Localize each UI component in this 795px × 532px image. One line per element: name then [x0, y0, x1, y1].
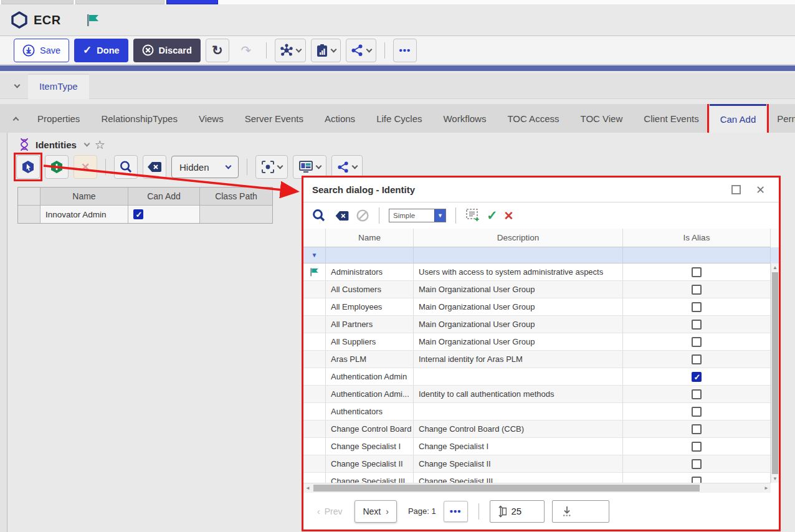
- relationship-tab[interactable]: Views: [188, 104, 234, 133]
- impact-analysis-dropdown-button[interactable]: [275, 39, 306, 62]
- relationship-tab[interactable]: RelationshipTypes: [90, 104, 188, 133]
- relationship-tab[interactable]: Permissions: [766, 104, 795, 133]
- run-search-icon[interactable]: [310, 209, 328, 222]
- grid-row[interactable]: Innovator Admin: [18, 205, 272, 223]
- reports-dropdown-button[interactable]: [311, 39, 341, 62]
- done-button[interactable]: ✓ Done: [74, 39, 128, 62]
- toolbar-separator: [384, 42, 385, 59]
- identity-row[interactable]: Aras PLM Internal identity for Aras PLM: [303, 351, 779, 368]
- identity-row[interactable]: Authentication Admi... Identity to call …: [303, 386, 779, 403]
- scroll-down-icon[interactable]: ▼: [771, 475, 779, 483]
- scroll-right-icon[interactable]: ►: [762, 483, 771, 493]
- clear-search-button[interactable]: [143, 155, 166, 179]
- filter-toggle-cell[interactable]: ▼: [303, 247, 326, 264]
- share-dropdown-button[interactable]: [346, 39, 376, 62]
- column-header-class-path[interactable]: Class Path: [200, 188, 272, 205]
- is-alias-checkbox[interactable]: [692, 407, 702, 417]
- clear-criteria-icon[interactable]: [335, 211, 350, 221]
- hidden-columns-select[interactable]: Hidden: [171, 156, 239, 178]
- identity-row[interactable]: All Suppliers Main Organizational User G…: [303, 333, 779, 351]
- tab-strip-active-segment[interactable]: [166, 0, 218, 4]
- scroll-up-icon[interactable]: ▲: [771, 264, 779, 272]
- next-page-button[interactable]: Next ›: [355, 500, 396, 523]
- identity-row[interactable]: Authenticators: [303, 403, 779, 420]
- tab-strip-segment[interactable]: [75, 0, 164, 4]
- more-actions-button[interactable]: •••: [393, 39, 417, 62]
- footer-separator: [478, 503, 479, 520]
- column-header-can-add[interactable]: Can Add: [128, 188, 200, 205]
- scroll-left-icon[interactable]: ◄: [303, 483, 312, 493]
- create-new-identity-button[interactable]: [45, 155, 69, 179]
- vertical-scrollbar[interactable]: ▲ ▼: [771, 264, 779, 483]
- tab-strip-segment[interactable]: [1, 0, 74, 4]
- identity-description-cell: Identity to call authentication methods: [414, 386, 623, 403]
- is-alias-checkbox[interactable]: [692, 267, 702, 277]
- chevron-down-icon[interactable]: [83, 141, 90, 147]
- identity-description-cell: Internal identity for Aras PLM: [414, 351, 623, 368]
- is-alias-checkbox[interactable]: [692, 354, 702, 364]
- filter-row[interactable]: ▼: [303, 247, 779, 264]
- chevron-down-icon[interactable]: [14, 82, 21, 88]
- vertical-scroll-thumb[interactable]: [772, 272, 778, 474]
- column-header-name[interactable]: Name: [40, 188, 128, 205]
- multi-select-list-icon[interactable]: [465, 208, 480, 223]
- stop-search-icon-disabled: [356, 209, 369, 222]
- search-mode-select[interactable]: Simple ▼: [389, 209, 446, 222]
- discard-button[interactable]: Discard: [133, 39, 201, 62]
- horizontal-scrollbar[interactable]: ◄ ►: [303, 483, 771, 493]
- is-alias-checkbox[interactable]: [692, 442, 702, 452]
- is-alias-checkbox[interactable]: [692, 285, 702, 295]
- collapse-tabs-control[interactable]: [14, 104, 18, 133]
- identity-row[interactable]: All Employees Main Organizational User G…: [303, 298, 779, 316]
- identity-row[interactable]: Change Control Board Change Control Boar…: [303, 420, 779, 438]
- relationship-tab[interactable]: Actions: [314, 104, 366, 133]
- cancel-dialog-icon[interactable]: ✕: [504, 209, 514, 223]
- favorite-star-icon[interactable]: ☆: [95, 139, 105, 151]
- identity-row[interactable]: Change Specialist II Change Specialist I…: [303, 455, 779, 473]
- column-header-is-alias[interactable]: Is Alias: [623, 229, 771, 247]
- relationship-tab[interactable]: Server Events: [234, 104, 314, 133]
- hub-icon: [280, 44, 293, 57]
- dialog-grid: Name Description Is Alias ▼: [303, 229, 779, 493]
- page-size-input[interactable]: 25: [490, 500, 545, 523]
- relationship-tab[interactable]: TOC View: [569, 104, 633, 133]
- can-add-checkbox[interactable]: [133, 209, 143, 219]
- itemtype-form-tab[interactable]: ItemType: [28, 74, 89, 99]
- is-alias-checkbox[interactable]: [692, 320, 702, 330]
- relationship-tab[interactable]: Client Events: [633, 104, 709, 133]
- search-rows-button[interactable]: [114, 155, 138, 179]
- dialog-title-bar[interactable]: Search dialog - Identity ✕: [303, 178, 779, 202]
- is-alias-checkbox[interactable]: [692, 459, 702, 469]
- is-alias-checkbox[interactable]: [692, 389, 702, 399]
- identity-row[interactable]: All Partners Main Organizational User Gr…: [303, 316, 779, 333]
- relationship-tab[interactable]: Can Add: [710, 104, 767, 133]
- page-list-button[interactable]: •••: [444, 501, 468, 522]
- save-button[interactable]: Save: [14, 39, 69, 62]
- close-icon[interactable]: ✕: [756, 184, 765, 196]
- filter-name-cell[interactable]: [326, 247, 414, 264]
- relationship-tab[interactable]: Life Cycles: [366, 104, 432, 133]
- is-alias-checkbox[interactable]: [692, 424, 702, 434]
- identity-row[interactable]: Authentication Admin: [303, 368, 779, 386]
- is-alias-checkbox[interactable]: [692, 372, 702, 382]
- is-alias-checkbox[interactable]: [692, 302, 702, 312]
- relationship-tab[interactable]: Properties: [27, 104, 90, 133]
- column-header-name[interactable]: Name: [326, 229, 414, 247]
- identity-row[interactable]: All Customers Main Organizational User G…: [303, 281, 779, 298]
- column-header-description[interactable]: Description: [414, 229, 623, 247]
- focus-view-dropdown-button[interactable]: [255, 155, 288, 179]
- maximize-icon[interactable]: [731, 185, 741, 194]
- refresh-button[interactable]: ↻: [206, 39, 229, 62]
- filter-is-alias-cell[interactable]: [623, 247, 771, 264]
- is-alias-checkbox[interactable]: [692, 337, 702, 347]
- pick-existing-identity-button[interactable]: [16, 155, 40, 179]
- export-download-button[interactable]: [552, 500, 609, 523]
- row-selector-cell[interactable]: [18, 206, 40, 223]
- relationship-tab[interactable]: TOC Access: [497, 104, 569, 133]
- identity-row[interactable]: Change Specialist I Change Specialist I: [303, 438, 779, 455]
- filter-description-cell[interactable]: [414, 247, 623, 264]
- horizontal-scroll-thumb[interactable]: [313, 485, 700, 492]
- confirm-selection-icon[interactable]: ✓: [487, 208, 498, 223]
- relationship-tab[interactable]: Workflows: [432, 104, 497, 133]
- identity-row[interactable]: Administrators Users with access to syst…: [303, 264, 779, 281]
